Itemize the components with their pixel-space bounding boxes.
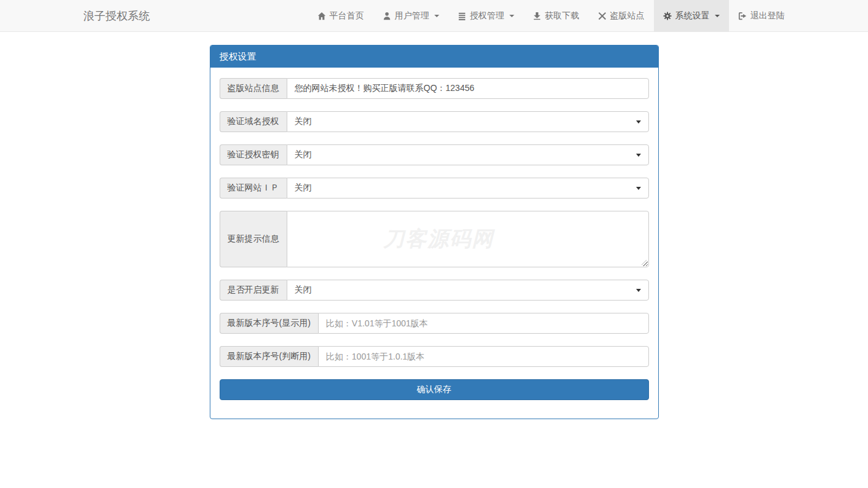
verify-key-label: 验证授权密钥 (220, 144, 287, 165)
form-row-verify-key: 验证授权密钥 关闭 (220, 144, 649, 165)
verify-domain-selected-value: 关闭 (295, 116, 312, 127)
navbar-menu: 平台首页 用户管理 授权管理 获取下载 (308, 0, 794, 31)
verify-key-select[interactable]: 关闭 (287, 144, 649, 165)
form-row-pirate-site-info: 盗版站点信息 (220, 78, 649, 99)
update-notice-textarea-wrap: 刀客源码网 (287, 211, 649, 267)
pirate-site-info-label: 盗版站点信息 (220, 78, 287, 99)
nav-item-label: 退出登陆 (751, 10, 785, 22)
enable-update-label: 是否开启更新 (220, 280, 287, 301)
top-navbar: 浪子授权系统 平台首页 用户管理 授权管理 (0, 0, 868, 32)
select-arrow-icon (636, 289, 641, 292)
gear-icon (663, 12, 672, 20)
update-notice-textarea[interactable] (287, 211, 649, 267)
form-row-version-display: 最新版本序号(显示用) (220, 313, 649, 334)
auth-settings-panel: 授权设置 盗版站点信息 验证域名授权 关闭 验证授权密钥 关闭 验证网站ＩＰ 关… (210, 45, 659, 419)
chevron-down-icon (509, 15, 514, 17)
form-row-save: 确认保存 (220, 379, 649, 400)
navbar-container: 浪子授权系统 平台首页 用户管理 授权管理 (74, 0, 794, 31)
form-row-enable-update: 是否开启更新 关闭 (220, 280, 649, 301)
home-icon (317, 12, 326, 20)
select-arrow-icon (636, 187, 641, 190)
nav-item-label: 用户管理 (395, 10, 429, 22)
nav-item-logout[interactable]: 退出登陆 (729, 0, 794, 31)
nav-item-label: 系统设置 (675, 10, 710, 22)
version-display-label: 最新版本序号(显示用) (220, 313, 318, 334)
version-display-input[interactable] (318, 313, 649, 334)
pirate-site-info-input[interactable] (287, 78, 649, 99)
version-judge-input[interactable] (318, 346, 649, 367)
nav-item-label: 平台首页 (330, 10, 364, 22)
verify-ip-select[interactable]: 关闭 (287, 178, 649, 199)
version-judge-label: 最新版本序号(判断用) (220, 346, 318, 367)
brand-link[interactable]: 浪子授权系统 (74, 0, 159, 31)
verify-ip-label: 验证网站ＩＰ (220, 178, 287, 199)
nav-item-pirate-sites[interactable]: 盗版站点 (589, 0, 654, 31)
form-row-verify-domain: 验证域名授权 关闭 (220, 111, 649, 132)
nav-item-user-management[interactable]: 用户管理 (373, 0, 448, 31)
nav-item-label: 授权管理 (470, 10, 504, 22)
panel-title: 授权设置 (210, 45, 658, 68)
nav-item-get-download[interactable]: 获取下载 (524, 0, 589, 31)
form-row-verify-ip: 验证网站ＩＰ 关闭 (220, 178, 649, 199)
verify-ip-selected-value: 关闭 (295, 183, 312, 194)
form-row-update-notice: 更新提示信息 刀客源码网 (220, 211, 649, 267)
nav-item-label: 获取下载 (545, 10, 579, 22)
select-arrow-icon (636, 154, 641, 157)
select-arrow-icon (636, 120, 641, 124)
verify-key-selected-value: 关闭 (295, 149, 312, 160)
user-icon (383, 12, 391, 20)
panel-body: 盗版站点信息 验证域名授权 关闭 验证授权密钥 关闭 验证网站ＩＰ 关闭 (210, 68, 658, 419)
nav-item-license-management[interactable]: 授权管理 (448, 0, 524, 31)
nav-item-system-settings[interactable]: 系统设置 (654, 0, 729, 31)
verify-domain-label: 验证域名授权 (220, 111, 287, 132)
form-row-version-judge: 最新版本序号(判断用) (220, 346, 649, 367)
remove-icon (598, 12, 607, 20)
list-icon (458, 12, 466, 20)
save-button[interactable]: 确认保存 (220, 379, 649, 400)
chevron-down-icon (715, 15, 720, 17)
verify-domain-select[interactable]: 关闭 (287, 111, 649, 132)
nav-item-platform-home[interactable]: 平台首页 (308, 0, 373, 31)
chevron-down-icon (434, 15, 439, 17)
download-icon (533, 12, 541, 20)
enable-update-selected-value: 关闭 (295, 285, 312, 296)
nav-item-label: 盗版站点 (610, 10, 645, 22)
update-notice-label: 更新提示信息 (220, 211, 287, 267)
logout-icon (738, 12, 747, 20)
enable-update-select[interactable]: 关闭 (287, 280, 649, 301)
